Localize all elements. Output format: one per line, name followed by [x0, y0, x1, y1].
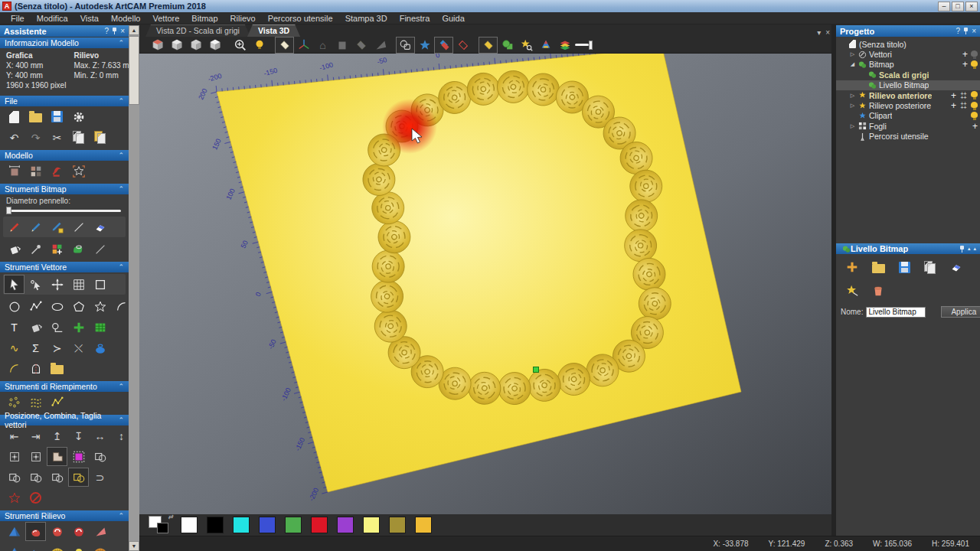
iso-view-icon[interactable]	[149, 37, 166, 53]
restore-button[interactable]: □	[952, 2, 964, 11]
spin-profile-icon[interactable]	[69, 523, 88, 540]
undo-icon[interactable]: ↶	[5, 129, 24, 146]
paste-along-curve-icon[interactable]	[69, 318, 88, 336]
create-polygon-icon[interactable]	[69, 298, 88, 315]
view-down-x-icon[interactable]	[168, 37, 185, 53]
texture-icon[interactable]	[69, 240, 88, 258]
palette-swatch[interactable]	[337, 517, 354, 533]
trim-vectors-icon[interactable]	[47, 468, 67, 486]
texture-relief-icon[interactable]	[47, 543, 67, 551]
close-icon[interactable]: ×	[972, 27, 976, 35]
extrude-icon[interactable]	[5, 543, 24, 551]
settings-icon[interactable]	[69, 108, 88, 126]
vector-library-icon[interactable]	[47, 360, 67, 377]
align-bottom-icon[interactable]: ↧	[69, 427, 88, 445]
opacity-slider[interactable]	[575, 37, 593, 53]
merge-icon[interactable]: ++ ++	[959, 92, 968, 99]
tree-item-scala-di-grigi[interactable]: Scala di grigi	[836, 70, 980, 80]
palette-swatch[interactable]	[389, 517, 406, 533]
menu-percorso-utensile[interactable]: Percorso utensile	[262, 12, 339, 24]
duplicate-layer-icon[interactable]	[920, 258, 940, 276]
paint-brush-icon[interactable]	[26, 218, 45, 236]
minimize-button[interactable]: –	[938, 2, 950, 11]
draw-composite-icon[interactable]	[479, 37, 497, 53]
add-icon[interactable]: +	[951, 92, 956, 99]
turn-profile-icon[interactable]	[90, 523, 109, 540]
menu-vettore[interactable]: Vettore	[147, 12, 186, 24]
fill-dots-icon[interactable]	[5, 393, 24, 411]
draw-zero-plane-icon[interactable]	[276, 37, 293, 53]
expander-icon[interactable]: ▷	[849, 103, 856, 109]
copy-icon[interactable]	[69, 129, 88, 146]
palette-swatch[interactable]	[363, 517, 380, 533]
subtract-vectors-icon[interactable]	[26, 468, 45, 486]
align-left-icon[interactable]: ⇤	[5, 427, 24, 445]
menu-rilievo[interactable]: Rilievo	[224, 12, 262, 24]
close-button[interactable]: ×	[965, 2, 978, 11]
align-top-icon[interactable]: ↥	[47, 427, 67, 445]
offset-curve-icon[interactable]	[5, 360, 24, 377]
help-icon[interactable]: ?	[956, 27, 961, 35]
view-menu-icon[interactable]: ▾	[817, 28, 821, 37]
menu-file[interactable]: File	[5, 12, 31, 24]
menu-finestra[interactable]: Finestra	[394, 12, 436, 24]
visibility-bulb-icon[interactable]	[971, 112, 978, 120]
overlap-vectors-icon[interactable]	[69, 468, 88, 486]
cut-vectors-icon[interactable]: ⤬	[69, 339, 88, 357]
transform-vectors-icon[interactable]	[47, 276, 67, 293]
expander-icon[interactable]: ▷	[849, 51, 856, 57]
section-header-strumenti-bitmap[interactable]: Strumenti Bitmap⌃	[0, 184, 129, 194]
draw-origin-icon[interactable]	[295, 37, 312, 53]
pick-color-icon[interactable]	[26, 240, 45, 258]
create-star-icon[interactable]	[90, 298, 109, 315]
section-header-posizione-combina-taglia-vettori[interactable]: Posizione, Combina, Taglia vettori⌃	[0, 415, 129, 425]
visibility-bulb-icon[interactable]	[971, 91, 978, 99]
emboss-relief-icon[interactable]	[69, 543, 88, 551]
draw-back-relief-icon[interactable]	[454, 37, 472, 53]
pin-icon[interactable]	[959, 246, 965, 253]
menu-vista[interactable]: Vista	[74, 12, 105, 24]
paste-icon[interactable]	[90, 129, 109, 146]
clear-layer-icon[interactable]	[946, 258, 966, 276]
cut-icon[interactable]: ✂	[47, 129, 67, 146]
tree-item-rilievo-anteriore[interactable]: ▷Rilievo anteriore+++ ++	[836, 90, 980, 100]
join-open-vectors-icon[interactable]: ⊃	[90, 468, 109, 486]
sweep-profile-icon[interactable]	[26, 523, 45, 540]
view-down-y-icon[interactable]	[187, 37, 204, 53]
save-model-icon[interactable]	[47, 108, 67, 126]
clear-clip-icon[interactable]	[26, 489, 45, 507]
zoom-icon[interactable]	[231, 37, 249, 53]
tree-item--senza-titolo-[interactable]: (Senza titolo)	[836, 39, 980, 49]
fill-dashes-icon[interactable]	[26, 393, 45, 411]
tab-vista-3d[interactable]: Vista 3D	[247, 24, 300, 37]
home-view-icon[interactable]: ⌂	[314, 37, 332, 53]
flood-fill-icon[interactable]	[5, 240, 24, 258]
merge-icon[interactable]: ++ ++	[959, 102, 968, 109]
align-right-icon[interactable]: ⇥	[26, 427, 45, 445]
toggle-light-icon[interactable]	[250, 37, 268, 53]
brush-diameter-slider[interactable]	[6, 207, 121, 214]
palette-swatch[interactable]	[285, 517, 302, 533]
draw-front-relief-icon[interactable]	[435, 37, 452, 53]
tree-item-percorsi-utensile[interactable]: Percorsi utensile	[836, 132, 980, 142]
fill-nodes-icon[interactable]	[47, 393, 67, 411]
visibility-bulb-icon[interactable]	[971, 102, 978, 110]
weld-vectors-icon[interactable]	[5, 468, 24, 486]
fill-vector-icon[interactable]	[26, 318, 45, 336]
palette-swatch[interactable]	[259, 517, 276, 533]
draw-clipart-icon[interactable]	[416, 37, 433, 53]
swap-colors-icon[interactable]: ⇄	[168, 514, 173, 520]
pin-icon[interactable]	[963, 28, 969, 34]
scroll-down-icon[interactable]: ▼	[129, 541, 139, 551]
preview-clipart-icon[interactable]	[518, 37, 535, 53]
export-layer-icon[interactable]	[894, 258, 914, 276]
redo-icon[interactable]: ↷	[26, 129, 45, 146]
eraser-icon[interactable]	[90, 218, 109, 236]
toolpath-preview-icon[interactable]	[371, 37, 389, 53]
clip-region-icon[interactable]	[5, 489, 24, 507]
import-layer-icon[interactable]	[868, 258, 888, 276]
center-in-model-icon[interactable]	[26, 448, 45, 465]
tree-item-bitmap[interactable]: ◢Bitmap+	[836, 60, 980, 70]
delete-layer-icon[interactable]	[868, 282, 888, 300]
weave-wizard-icon[interactable]	[26, 543, 45, 551]
